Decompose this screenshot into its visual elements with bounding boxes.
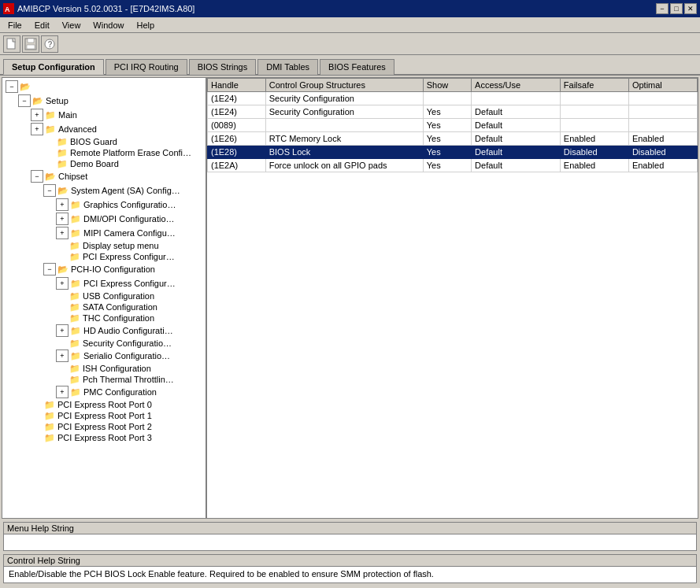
table-row[interactable]: (1E24)Security Configuration	[208, 92, 698, 105]
tree-node-pci-root-1[interactable]: PCI Express Root Port 1	[4, 410, 204, 421]
folder-icon-pmc	[69, 387, 82, 397]
menu-bar: File Edit View Window Help	[0, 17, 700, 33]
table-cell-5-5: Enabled	[628, 159, 697, 172]
tree-node-pch-thermal[interactable]: Pch Thermal Throttlin…	[4, 374, 204, 385]
tree-node-system-agent[interactable]: − System Agent (SA) Config…	[4, 183, 204, 198]
help-button[interactable]: ?	[41, 35, 58, 53]
save-button[interactable]	[22, 35, 39, 53]
tree-label-graphics: Graphics Configuratio…	[83, 200, 176, 209]
table-row[interactable]: (0089)YesDefault	[208, 119, 698, 132]
tree-label-system-agent: System Agent (SA) Config…	[71, 186, 180, 195]
expander-pci-pch[interactable]: +	[56, 277, 69, 290]
tree-pane[interactable]: − − Setup + Main + Advanced	[2, 78, 207, 518]
col-structure: Control Group Structures	[265, 79, 423, 92]
tree-label-advanced: Advanced	[58, 124, 97, 134]
tree-node-dmi-opi[interactable]: + DMI/OPI Configuratio…	[4, 212, 204, 226]
col-show: Show	[423, 79, 471, 92]
expander-pmc[interactable]: +	[56, 386, 69, 398]
tree-node-serialio[interactable]: + Serialio Configuratio…	[4, 349, 204, 363]
tree-node-pmc[interactable]: + PMC Configuration	[4, 385, 204, 399]
control-help-content: Enable/Disable the PCH BIOS Lock Enable …	[4, 567, 696, 582]
table-cell-0-5	[628, 92, 697, 105]
menu-help[interactable]: Help	[130, 19, 161, 31]
table-row[interactable]: (1E2A)Force unlock on all GPIO padsYesDe…	[208, 159, 698, 172]
tree-label-dmi-opi: DMI/OPI Configuratio…	[83, 214, 175, 224]
expander-graphics[interactable]: +	[56, 198, 69, 211]
expander-chipset[interactable]: −	[31, 170, 43, 183]
tree-node-bios-guard[interactable]: BIOS Guard	[4, 136, 204, 147]
main-content: − − Setup + Main + Advanced	[0, 76, 700, 588]
tree-node-root[interactable]: −	[4, 80, 204, 94]
tree-node-thc[interactable]: THC Configuration	[4, 312, 204, 324]
tree-label-pmc: PMC Configuration	[83, 387, 157, 397]
tree-label-bios-guard: BIOS Guard	[70, 137, 117, 146]
tree-node-pci-root-0[interactable]: PCI Express Root Port 0	[4, 399, 204, 410]
table-cell-2-4	[560, 119, 628, 132]
expander-hd-audio[interactable]: +	[56, 324, 69, 337]
table-cell-4-3: Default	[472, 146, 561, 159]
tab-pci-irq-routing[interactable]: PCI IRQ Routing	[106, 59, 187, 75]
table-cell-3-1: RTC Memory Lock	[265, 132, 423, 146]
table-cell-5-0: (1E2A)	[208, 159, 266, 172]
tree-node-usb[interactable]: USB Configuration	[4, 290, 204, 301]
menu-edit[interactable]: Edit	[28, 19, 56, 31]
table-cell-4-2: Yes	[423, 146, 471, 159]
new-button[interactable]	[3, 35, 20, 53]
table-cell-0-3	[472, 92, 561, 105]
expander-advanced[interactable]: +	[31, 123, 43, 135]
tree-node-mipi[interactable]: + MIPI Camera Configu…	[4, 226, 204, 240]
table-cell-2-1	[265, 119, 423, 132]
tab-dmi-tables[interactable]: DMI Tables	[257, 59, 318, 75]
tab-bios-strings[interactable]: BIOS Strings	[189, 59, 257, 75]
expander-pch-io[interactable]: −	[43, 263, 56, 276]
tree-label-thc: THC Configuration	[83, 313, 154, 323]
tab-bios-features[interactable]: BIOS Features	[320, 59, 394, 75]
tab-setup-configuration[interactable]: Setup Configuration	[3, 59, 104, 75]
table-cell-1-3: Default	[472, 105, 561, 119]
tree-label-demo: Demo Board	[70, 159, 119, 168]
tree-node-sata[interactable]: SATA Configuration	[4, 301, 204, 312]
expander-dmi-opi[interactable]: +	[56, 213, 69, 225]
tree-label-pci-root-1: PCI Express Root Port 1	[57, 411, 152, 420]
tree-node-main[interactable]: + Main	[4, 108, 204, 122]
table-cell-3-3: Default	[472, 132, 561, 146]
close-button[interactable]: ✕	[684, 3, 697, 14]
table-cell-3-4: Enabled	[560, 132, 628, 146]
minimize-button[interactable]: −	[656, 3, 669, 14]
tree-node-hd-audio[interactable]: + HD Audio Configurati…	[4, 324, 204, 338]
tree-node-advanced[interactable]: + Advanced	[4, 122, 204, 136]
menu-window[interactable]: Window	[87, 19, 130, 31]
grid-pane[interactable]: Handle Control Group Structures Show Acc…	[207, 78, 698, 518]
tree-node-graphics[interactable]: + Graphics Configuratio…	[4, 198, 204, 212]
tree-node-ish[interactable]: ISH Configuration	[4, 363, 204, 374]
table-row[interactable]: (1E26)RTC Memory LockYesDefaultEnabledEn…	[208, 132, 698, 146]
table-row[interactable]: (1E28)BIOS LockYesDefaultDisabledDisable…	[208, 146, 698, 159]
tree-node-pci-root-3[interactable]: PCI Express Root Port 3	[4, 432, 204, 443]
tree-node-setup[interactable]: − Setup	[4, 94, 204, 108]
table-row[interactable]: (1E24)Security ConfigurationYesDefault	[208, 105, 698, 119]
expander-main[interactable]: +	[31, 109, 43, 121]
expander-serialio[interactable]: +	[56, 349, 69, 362]
table-cell-3-0: (1E26)	[208, 132, 266, 146]
bottom-panels: Menu Help String Control Help String Ena…	[0, 520, 700, 588]
table-cell-2-5	[628, 119, 697, 132]
menu-file[interactable]: File	[2, 19, 28, 31]
tree-node-demo-board[interactable]: Demo Board	[4, 158, 204, 169]
tree-node-pci-root-2[interactable]: PCI Express Root Port 2	[4, 421, 204, 432]
tree-node-pch-io[interactable]: − PCH-IO Configuration	[4, 262, 204, 276]
table-cell-2-2: Yes	[423, 119, 471, 132]
tree-node-pci-express-pch[interactable]: + PCI Express Configur…	[4, 276, 204, 290]
menu-view[interactable]: View	[56, 19, 87, 31]
expander-system-agent[interactable]: −	[43, 184, 56, 197]
tree-node-pci-express-sa[interactable]: PCI Express Configur…	[4, 251, 204, 262]
tree-node-remote-platform[interactable]: Remote Platform Erase Confi…	[4, 147, 204, 158]
tree-node-security-config[interactable]: Security Configuratio…	[4, 338, 204, 349]
tree-node-display-setup[interactable]: Display setup menu	[4, 240, 204, 251]
expander-root[interactable]: −	[6, 80, 18, 93]
menu-help-panel: Menu Help String	[3, 522, 697, 551]
folder-icon-graphics	[69, 200, 82, 209]
expander-mipi[interactable]: +	[56, 227, 69, 239]
expander-setup[interactable]: −	[18, 94, 31, 107]
maximize-button[interactable]: □	[670, 3, 683, 14]
tree-node-chipset[interactable]: − Chipset	[4, 169, 204, 183]
